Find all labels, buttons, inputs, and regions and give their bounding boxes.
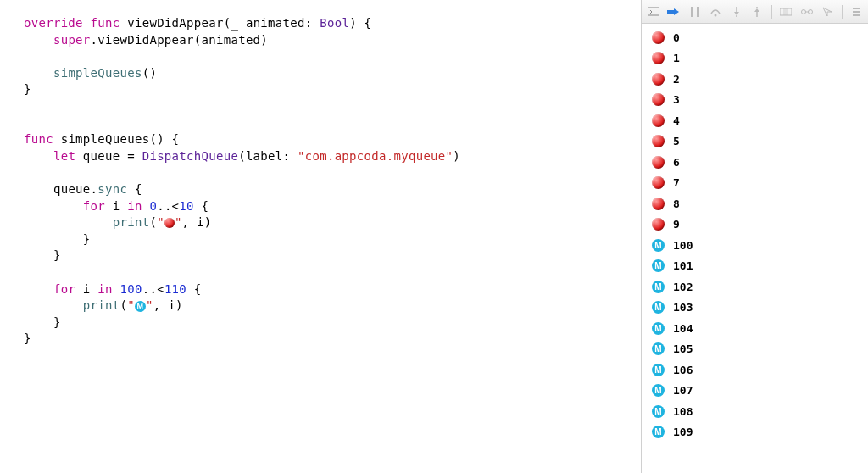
output-value: 102: [673, 281, 693, 293]
code-line: }: [24, 248, 632, 264]
output-row: M100: [652, 235, 868, 256]
output-value: 9: [673, 218, 680, 231]
code-line: simpleQueues(): [24, 65, 632, 82]
output-row: 5: [652, 131, 868, 153]
blue-circle-icon: M: [652, 281, 665, 293]
output-value: 101: [673, 259, 693, 272]
output-value: 2: [673, 73, 680, 86]
output-row: 3: [652, 90, 868, 111]
toggle-debug-icon[interactable]: [647, 5, 659, 19]
output-row: 7: [652, 173, 868, 194]
svg-marker-7: [734, 12, 739, 15]
output-value: 0: [673, 31, 680, 44]
output-value: 100: [673, 239, 693, 252]
output-value: 106: [673, 364, 693, 376]
output-value: 105: [673, 342, 693, 355]
svg-point-5: [715, 14, 717, 16]
svg-marker-17: [823, 8, 832, 16]
svg-marker-10: [754, 8, 760, 12]
output-row: M107: [652, 381, 868, 402]
blue-circle-icon: M: [135, 301, 146, 312]
code-line: [24, 115, 632, 132]
toolbar-separator: [842, 5, 843, 19]
code-line: super.viewDidAppear(animated): [24, 32, 632, 49]
code-line: func simpleQueues() {: [24, 131, 632, 148]
code-line: for i in 0..<10 {: [24, 198, 632, 215]
svg-rect-1: [667, 10, 674, 14]
red-circle-icon: [652, 135, 665, 147]
svg-rect-4: [697, 7, 699, 17]
red-circle-icon: [652, 114, 665, 127]
debug-output[interactable]: 0123456789M100M101M102M103M104M105M106M1…: [642, 24, 868, 473]
blue-circle-icon: M: [652, 364, 665, 376]
step-out-icon[interactable]: [750, 5, 763, 19]
output-row: M103: [652, 298, 868, 319]
output-value: 109: [673, 426, 693, 438]
code-line: }: [24, 314, 632, 331]
debug-view-icon[interactable]: [780, 5, 793, 19]
red-circle-icon: [164, 218, 175, 228]
code-line: [24, 98, 632, 115]
output-row: 0: [652, 27, 868, 48]
output-row: M108: [652, 401, 868, 422]
output-value: 5: [673, 135, 680, 147]
red-circle-icon: [652, 31, 665, 44]
output-row: 1: [652, 48, 868, 70]
red-circle-icon: [652, 73, 665, 86]
blue-circle-icon: M: [652, 322, 665, 335]
output-row: M104: [652, 318, 868, 339]
pause-icon[interactable]: [688, 5, 701, 19]
svg-marker-2: [674, 8, 679, 15]
blue-circle-icon: M: [652, 259, 665, 272]
output-value: 6: [673, 156, 680, 169]
code-line: }: [24, 331, 632, 348]
red-circle-icon: [652, 156, 665, 169]
debug-toolbar: [642, 0, 868, 24]
blue-circle-icon: M: [652, 405, 665, 418]
output-value: 107: [673, 384, 693, 397]
code-line: override func viewDidAppear(_ animated: …: [24, 15, 632, 32]
blue-circle-icon: M: [652, 239, 665, 252]
toolbar-separator: [771, 5, 772, 19]
output-value: 7: [673, 176, 680, 189]
svg-rect-13: [783, 8, 788, 15]
svg-point-14: [801, 9, 805, 14]
output-row: M106: [652, 359, 868, 381]
svg-rect-20: [853, 14, 860, 16]
code-line: [24, 164, 632, 181]
code-line: }: [24, 231, 632, 248]
output-value: 4: [673, 114, 680, 127]
output-value: 103: [673, 301, 693, 314]
output-row: M109: [652, 422, 868, 443]
output-value: 104: [673, 322, 693, 335]
svg-point-8: [736, 15, 737, 17]
code-editor[interactable]: override func viewDidAppear(_ animated: …: [0, 0, 641, 473]
output-value: 108: [673, 405, 693, 418]
svg-rect-3: [691, 7, 693, 17]
output-value: 1: [673, 52, 680, 64]
memory-icon[interactable]: [800, 5, 813, 19]
debug-panel: 0123456789M100M101M102M103M104M105M106M1…: [641, 0, 868, 473]
code-line: print("M", i): [24, 298, 632, 314]
continue-icon[interactable]: [667, 5, 681, 19]
blue-circle-icon: M: [652, 426, 665, 438]
code-line: [24, 48, 632, 65]
code-line: [24, 264, 632, 281]
output-row: 8: [652, 193, 868, 214]
output-value: 8: [673, 198, 680, 210]
svg-point-11: [756, 7, 758, 8]
red-circle-icon: [652, 93, 665, 106]
step-in-icon[interactable]: [730, 5, 743, 19]
red-circle-icon: [652, 52, 665, 64]
code-line: for i in 100..<110 {: [24, 281, 632, 298]
output-row: 4: [652, 110, 868, 131]
output-row: 9: [652, 214, 868, 236]
step-over-icon[interactable]: [709, 5, 722, 19]
code-line: let queue = DispatchQueue(label: "com.ap…: [24, 148, 632, 165]
svg-rect-0: [648, 7, 659, 15]
code-line: print("", i): [24, 214, 632, 231]
stack-icon[interactable]: [850, 5, 863, 19]
red-circle-icon: [652, 198, 665, 210]
location-icon[interactable]: [821, 5, 833, 19]
svg-rect-19: [853, 11, 860, 13]
